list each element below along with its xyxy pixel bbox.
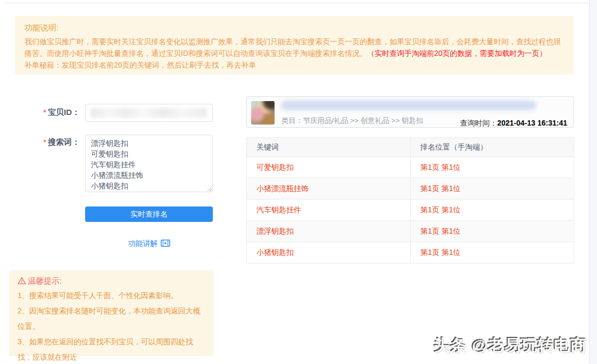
product-id-input[interactable] xyxy=(85,104,213,122)
table-row: 可爱钥匙扣 第1页 第1位 xyxy=(247,156,574,178)
product-thumbnail xyxy=(251,101,275,125)
product-id-label: *宝贝ID： xyxy=(21,107,80,118)
cell-position: 第1页 第1位 xyxy=(410,157,574,178)
header-keyword: 关键词 xyxy=(247,138,410,156)
warning-triangle-icon xyxy=(18,277,26,286)
table-row: 汽车钥匙挂件 第1页 第1位 xyxy=(247,199,574,220)
cell-keyword: 汽车钥匙挂件 xyxy=(247,200,410,220)
video-icon xyxy=(158,239,170,247)
tip-item: 1、搜索结果可能受千人千面、个性化因素影响。 xyxy=(18,288,205,303)
cell-position: 第1页 第1位 xyxy=(410,221,574,242)
query-time-value: 2021-04-13 16:31:41 xyxy=(497,119,567,127)
tip-item: 3、如果您在返回的位置找不到宝贝，可以周围四处找找，应该就在附近 xyxy=(18,334,205,364)
header-position: 排名位置（手淘端） xyxy=(410,138,574,156)
required-mark: * xyxy=(43,107,46,117)
required-mark: * xyxy=(43,137,46,146)
table-row: 小猪漂流瓶挂饰 第1页 第1位 xyxy=(247,178,574,199)
cell-position: 第1页 第1位 xyxy=(410,200,574,220)
function-description-box: 功能说明: 我们做宝贝推广时，需要实时关注宝贝排名变化以监测推广效果，通常我们只… xyxy=(15,16,574,75)
scrollbar-track[interactable] xyxy=(589,0,597,364)
top-divider xyxy=(4,3,588,3)
table-row: 小猪钥匙扣 第1页 第1位 xyxy=(247,242,574,263)
warm-tips-title-text: 温馨提示: xyxy=(28,276,62,286)
product-category: 类目：节庆用品/礼品 >> 创意礼品 >> 钥匙扣 xyxy=(281,116,423,126)
tip-item: 2、因淘宝搜索排名随时可能变化，本功能查询返回大概位置。 xyxy=(18,303,205,334)
notice-body-tip: 补单秘籍：发现宝贝排名前20页的关键词，然后让刷手去找，再去补单 xyxy=(24,59,564,71)
realtime-query-button[interactable]: 实时查排名 xyxy=(85,206,213,222)
warm-tips-title: 温馨提示: xyxy=(18,276,205,286)
cell-keyword: 漂浮钥匙扣 xyxy=(247,221,410,242)
toutiao-watermark: 头条 @老易玩转电商 xyxy=(434,335,587,357)
product-title-redacted xyxy=(281,101,536,110)
feature-tutorial-label: 功能讲解 xyxy=(128,239,158,247)
cell-position: 第1页 第1位 xyxy=(410,178,574,199)
notice-body-highlight: （实时查询手淘端前20页的数据，需要加载时为一页） xyxy=(367,49,547,57)
warm-tips-box: 温馨提示: 1、搜索结果可能受千人千面、个性化因素影响。 2、因淘宝搜索排名随时… xyxy=(9,270,214,356)
cell-keyword: 小猪漂流瓶挂饰 xyxy=(247,178,410,199)
cell-position: 第1页 第1位 xyxy=(410,242,574,263)
cell-keyword: 小猪钥匙扣 xyxy=(247,242,410,263)
ranking-table: 关键词 排名位置（手淘端） 可爱钥匙扣 第1页 第1位 小猪漂流瓶挂饰 第1页 … xyxy=(246,137,574,263)
notice-title: 功能说明: xyxy=(24,22,564,33)
notice-body: 我们做宝贝推广时，需要实时关注宝贝排名变化以监测推广效果，通常我们只能去淘宝搜索… xyxy=(24,36,564,59)
keywords-label: *搜索词： xyxy=(21,137,80,147)
feature-tutorial-link[interactable]: 功能讲解 xyxy=(85,239,213,249)
table-row: 漂浮钥匙扣 第1页 第1位 xyxy=(247,220,574,242)
query-time: 查询时间：2021-04-13 16:31:41 xyxy=(460,119,567,128)
product-id-redacted-value xyxy=(91,108,207,118)
cell-keyword: 可爱钥匙扣 xyxy=(247,157,410,178)
product-thumbnail-image xyxy=(251,101,275,125)
product-info-box: 类目：节庆用品/礼品 >> 创意礼品 >> 钥匙扣 查询时间：2021-04-1… xyxy=(246,96,574,128)
keywords-textarea[interactable]: 漂浮钥匙扣 可爱钥匙扣 汽车钥匙挂件 小猪漂流瓶挂饰 小猪钥匙扣 xyxy=(85,135,213,192)
table-header-row: 关键词 排名位置（手淘端） xyxy=(247,138,574,156)
query-time-label: 查询时间： xyxy=(460,119,497,127)
rank-query-page: 功能说明: 我们做宝贝推广时，需要实时关注宝贝排名变化以监测推广效果，通常我们只… xyxy=(0,0,597,364)
